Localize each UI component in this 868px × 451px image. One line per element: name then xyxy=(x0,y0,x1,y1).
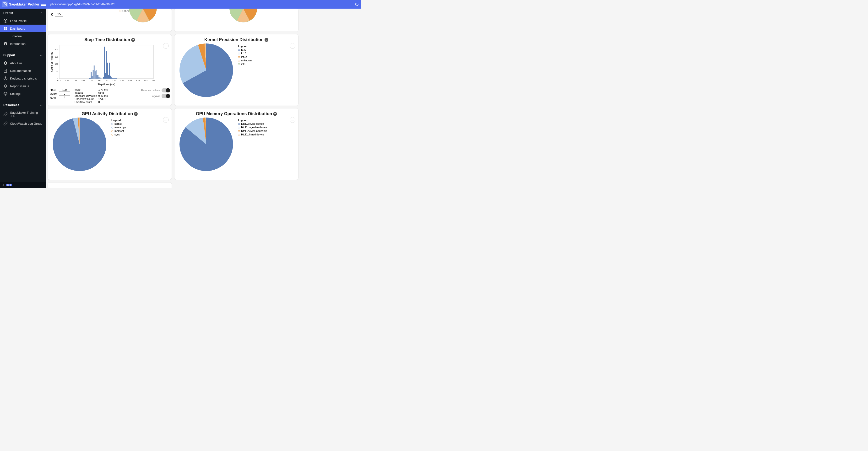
legend-title: Legend xyxy=(238,45,252,47)
svg-text:2.24: 2.24 xyxy=(112,79,116,82)
legend-title: Legend xyxy=(112,119,126,122)
sidebar-item-about-us[interactable]: About us xyxy=(0,59,46,67)
sidebar-item-dashboard[interactable]: Dashboard xyxy=(0,25,46,32)
xend-input[interactable] xyxy=(59,96,70,99)
sidebar-item-load-profile[interactable]: Load Profile xyxy=(0,17,46,25)
link-icon xyxy=(3,121,8,126)
sidebar-item-label: Keyboard shortcuts xyxy=(10,77,37,80)
svg-text:3.84: 3.84 xyxy=(152,79,155,82)
chevron-up-icon xyxy=(40,11,42,14)
svg-rect-65 xyxy=(106,51,107,78)
svg-rect-70 xyxy=(111,77,112,78)
remove-outliers-toggle[interactable] xyxy=(161,88,170,92)
svg-rect-14 xyxy=(5,63,6,64)
svg-rect-25 xyxy=(2,185,2,186)
stat-key: Mean xyxy=(74,88,97,91)
help-icon: ? xyxy=(3,76,8,80)
svg-text:0.96: 0.96 xyxy=(81,79,85,82)
legend-item: memcopy xyxy=(112,126,126,129)
sidebar-item-label: Documentation xyxy=(10,69,31,73)
legend-item: memset xyxy=(112,129,126,133)
svg-rect-61 xyxy=(101,78,101,78)
svg-rect-55 xyxy=(95,71,96,78)
logaxis-toggle[interactable] xyxy=(161,94,170,98)
help-icon[interactable]: ? xyxy=(134,112,138,116)
card-menu-button[interactable]: ••• xyxy=(163,117,169,123)
svg-text:1.60: 1.60 xyxy=(97,79,101,82)
info-icon xyxy=(3,41,8,46)
svg-rect-66 xyxy=(107,63,108,78)
sidebar-item-sagemaker-training-job[interactable]: SageMaker Training Job xyxy=(0,109,46,120)
svg-rect-6 xyxy=(5,28,7,30)
stats-table: Mean1.77 msIntegral5548Standard Deviatio… xyxy=(74,88,108,103)
card-menu-button[interactable]: ••• xyxy=(290,43,296,49)
legend-item: DtoH.device.pageable xyxy=(238,129,267,133)
legend-item: unknown xyxy=(238,59,252,62)
nbins-label: nBins xyxy=(50,89,58,92)
svg-text:0.32: 0.32 xyxy=(65,79,69,82)
sidebar-item-label: Information xyxy=(10,42,26,45)
legend: LegendDtoD.device.deviceHtoD.pageable.de… xyxy=(238,119,267,136)
svg-rect-60 xyxy=(99,77,100,78)
svg-rect-15 xyxy=(5,62,6,63)
card-title: Step Time Distribution xyxy=(84,37,130,42)
xstart-input[interactable] xyxy=(59,92,70,96)
stats-icon[interactable] xyxy=(1,183,5,187)
svg-text:0.00: 0.00 xyxy=(57,79,61,82)
sidebar-item-settings[interactable]: Settings xyxy=(0,90,46,97)
svg-rect-50 xyxy=(90,78,91,78)
card-menu-button[interactable]: ••• xyxy=(163,43,169,49)
svg-rect-7 xyxy=(4,35,7,35)
sidebar-footer: D8 0 xyxy=(0,182,46,188)
sidebar-item-cloudwatch-log-group[interactable]: CloudWatch Log Group xyxy=(0,120,46,127)
legend-item: int8 xyxy=(238,62,252,66)
svg-point-1 xyxy=(4,4,5,5)
help-icon[interactable]: ? xyxy=(273,112,277,116)
power-button[interactable] xyxy=(354,2,360,7)
app-logo-icon xyxy=(2,1,8,7)
sidebar-item-timeline[interactable]: Timeline xyxy=(0,32,46,40)
nbins-input[interactable] xyxy=(59,88,70,92)
svg-rect-72 xyxy=(113,77,114,78)
k-input[interactable] xyxy=(55,12,63,17)
card-menu-button[interactable]: ••• xyxy=(290,117,296,123)
svg-rect-12 xyxy=(5,43,6,43)
help-icon[interactable]: ? xyxy=(265,38,268,42)
kernel-precision-pie xyxy=(179,43,233,97)
svg-text:0.64: 0.64 xyxy=(73,79,77,82)
svg-rect-0 xyxy=(3,3,6,6)
svg-text:3.52: 3.52 xyxy=(144,79,148,82)
info-icon xyxy=(3,61,8,65)
sidebar-item-information[interactable]: Information xyxy=(0,40,46,47)
svg-rect-5 xyxy=(4,28,5,30)
remove-outliers-label: Remove outliers xyxy=(141,89,160,92)
svg-rect-64 xyxy=(105,73,106,78)
footer-badge: D8 0 xyxy=(6,184,12,186)
hamburger-button[interactable] xyxy=(41,2,46,7)
stat-key: Standard Deviation xyxy=(74,94,97,97)
dashboard-icon xyxy=(3,26,8,31)
sidebar-section-header[interactable]: Resources xyxy=(0,101,46,109)
sidebar-item-report-issuus[interactable]: Report issuus xyxy=(0,82,46,90)
card-title: GPU Memory Operations Distribution xyxy=(196,111,272,116)
sidebar-item-label: SageMaker Training Job xyxy=(10,111,42,118)
sidebar-item-label: CloudWatch Log Group xyxy=(10,122,42,125)
sidebar-section-header[interactable]: Profile xyxy=(0,9,46,17)
card-step-time: Step Time Distribution? ••• 050100150200… xyxy=(48,34,172,105)
bug-icon xyxy=(3,84,8,88)
legend-item: fp16 xyxy=(238,52,252,55)
help-icon[interactable]: ? xyxy=(131,38,135,42)
svg-rect-54 xyxy=(94,65,95,78)
step-time-histogram: 0501001502000.000.320.640.961.281.601.92… xyxy=(50,43,155,86)
legend-item: fp32 xyxy=(238,48,252,52)
sidebar-section-header[interactable]: Support xyxy=(0,51,46,59)
svg-rect-52 xyxy=(92,76,93,78)
legend: Legendkernelmemcopymemsetsync xyxy=(112,119,126,136)
sidebar-item-documentation[interactable]: Documentation xyxy=(0,67,46,74)
svg-rect-11 xyxy=(5,43,6,45)
sidebar-item-keyboard-shortcuts[interactable]: ?Keyboard shortcuts xyxy=(0,74,46,82)
settings-icon xyxy=(3,92,8,96)
svg-rect-4 xyxy=(5,27,7,28)
legend: Legendfp32fp16int32unknownint8 xyxy=(238,45,252,66)
card-title: GPU Activity Distribution xyxy=(82,111,133,116)
